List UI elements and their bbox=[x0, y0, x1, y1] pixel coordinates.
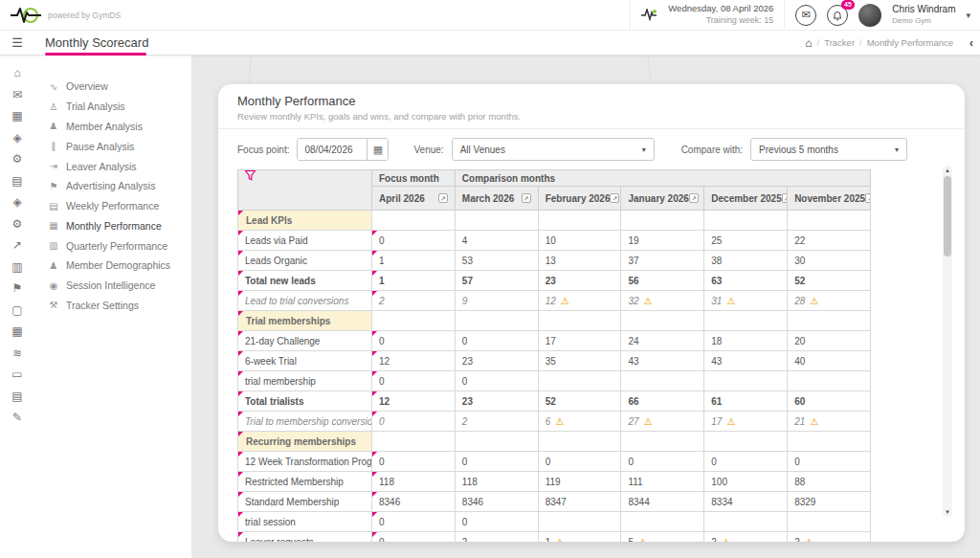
sidebar-item-member-demographics[interactable]: ♟Member Demographics bbox=[34, 256, 191, 276]
cell-value: 35 bbox=[546, 356, 556, 367]
home-icon[interactable]: ⌂ bbox=[805, 36, 812, 50]
value-cell: 53 bbox=[455, 251, 538, 271]
open-month-icon[interactable]: ↗ bbox=[438, 193, 448, 203]
value-cell: 12⚠ bbox=[538, 291, 621, 311]
value-cell: 0 bbox=[372, 512, 456, 532]
card-icon[interactable]: ▭ bbox=[10, 368, 25, 381]
row-label: Trial to membership conversions bbox=[238, 412, 372, 432]
filter-corner-cell bbox=[238, 170, 372, 211]
venue-select[interactable]: All Venues ▾ bbox=[452, 138, 655, 161]
training-week: Training week: 15 bbox=[668, 15, 773, 27]
document-icon[interactable]: ▤ bbox=[10, 391, 25, 403]
sidebar-item-overview[interactable]: ∿Overview bbox=[34, 77, 191, 97]
collapse-chevron-icon[interactable]: ‹ bbox=[969, 36, 973, 50]
sidebar-item-advertising-analysis[interactable]: ⚑Advertising Analysis bbox=[34, 176, 191, 196]
value-cell: 0 bbox=[704, 452, 788, 472]
compare-select[interactable]: Previous 5 months ▾ bbox=[750, 138, 907, 161]
value-cell: 12 bbox=[372, 351, 456, 371]
value-cell: 38 bbox=[704, 251, 788, 271]
badge-icon[interactable]: ◈ bbox=[10, 132, 25, 145]
value-cell bbox=[788, 512, 871, 532]
topbar: powered by GymDS Wednesday, 08 April 202… bbox=[0, 0, 980, 31]
home-icon[interactable]: ⌂ bbox=[10, 67, 25, 79]
warning-icon: ⚠ bbox=[726, 296, 735, 306]
cell-value: 119 bbox=[546, 477, 561, 487]
value-cell: 22 bbox=[788, 231, 871, 251]
value-cell bbox=[621, 432, 704, 452]
mail-icon[interactable]: ✉ bbox=[10, 89, 25, 101]
row-label: Leads via Paid bbox=[238, 231, 372, 251]
user-menu[interactable]: Chris Windram Demo Gym bbox=[892, 4, 955, 26]
campaign-icon[interactable]: ⚑ bbox=[10, 282, 25, 295]
filter-icon[interactable] bbox=[245, 170, 256, 181]
report-icon[interactable]: ▥ bbox=[10, 261, 25, 274]
value-cell: 118 bbox=[455, 472, 538, 492]
calendar-button[interactable]: ▦ bbox=[367, 139, 388, 160]
scroll-down-icon[interactable]: ▼ bbox=[945, 508, 950, 516]
table-row: Standard Membership834683468347834483348… bbox=[238, 492, 871, 512]
cell-value: 0 bbox=[379, 457, 385, 467]
sidebar-item-session-intelligence[interactable]: ◉Session Intelligence bbox=[34, 276, 191, 296]
cell-value: 28 bbox=[794, 296, 805, 306]
sidebar-item-leaver-analysis[interactable]: ⇥Leaver Analysis bbox=[34, 156, 191, 176]
value-cell: 57 bbox=[455, 271, 538, 291]
focus-date-input[interactable] bbox=[298, 139, 367, 160]
breadcrumb-item-monthly-performance[interactable]: Monthly Performance bbox=[867, 37, 953, 48]
sidebar-item-trial-analysis[interactable]: ♙Trial Analysis bbox=[34, 97, 191, 117]
sidebar-item-label: Leaver Analysis bbox=[66, 161, 137, 172]
row-label: trial session bbox=[238, 512, 372, 532]
sidebar-item-label: Pause Analysis bbox=[66, 141, 134, 152]
open-month-icon[interactable]: ↗ bbox=[865, 193, 870, 203]
user-avatar[interactable] bbox=[858, 4, 881, 27]
cell-value: 20 bbox=[794, 336, 805, 346]
sidebar-item-member-analysis[interactable]: ♟Member Analysis bbox=[34, 117, 191, 137]
notifications-button[interactable]: 45 bbox=[827, 5, 848, 26]
gear-icon[interactable]: ⚙ bbox=[10, 153, 25, 166]
open-month-icon[interactable]: ↗ bbox=[522, 193, 531, 203]
open-month-icon[interactable]: ↗ bbox=[689, 193, 699, 203]
cell-value: 8346 bbox=[379, 497, 400, 507]
shield-icon[interactable]: ◈ bbox=[10, 196, 25, 209]
sidebar-item-weekly-performance[interactable]: ▤Weekly Performance bbox=[34, 196, 191, 216]
value-cell: 5⚠ bbox=[621, 532, 704, 543]
sidebar-item-pause-analysis[interactable]: ∥Pause Analysis bbox=[34, 136, 191, 156]
cell-value: 57 bbox=[462, 276, 473, 286]
cell-value: 43 bbox=[628, 356, 638, 367]
cell-value: 12 bbox=[379, 356, 390, 367]
menu-toggle-button[interactable]: ☰ bbox=[0, 35, 34, 50]
signal-icon[interactable]: ≋ bbox=[10, 347, 25, 360]
value-cell: 23 bbox=[538, 271, 621, 291]
table-row: Restricted Membership11811811911110088 bbox=[238, 472, 871, 492]
settings-icon[interactable]: ⚙ bbox=[10, 218, 25, 231]
pulse-icon bbox=[641, 9, 657, 21]
month-label: February 2026 bbox=[546, 193, 611, 204]
share-icon[interactable]: ↗ bbox=[10, 239, 25, 252]
cell-value: 10 bbox=[546, 235, 556, 246]
sidebar-item-quarterly-performance[interactable]: ▥Quarterly Performance bbox=[34, 235, 191, 256]
chevron-down-icon[interactable]: ▾ bbox=[966, 11, 970, 20]
table-row: 21-day Challenge0017241820 bbox=[238, 331, 871, 351]
value-cell: 111 bbox=[621, 472, 704, 492]
scroll-up-icon[interactable]: ▲ bbox=[945, 167, 950, 174]
sidebar-item-monthly-performance[interactable]: ▦Monthly Performance bbox=[34, 215, 191, 235]
warning-icon: ⚠ bbox=[561, 296, 569, 306]
value-cell bbox=[704, 311, 788, 331]
open-month-icon[interactable]: ↗ bbox=[610, 193, 619, 203]
sidebar-item-label: Weekly Performance bbox=[66, 200, 159, 212]
edit-icon[interactable]: ✎ bbox=[10, 412, 25, 424]
calendar-icon: ▦ bbox=[373, 144, 383, 156]
breadcrumb-item-tracker[interactable]: Tracker bbox=[824, 37, 855, 48]
archive-icon[interactable]: ▢ bbox=[10, 304, 25, 317]
scrollbar-thumb[interactable] bbox=[944, 176, 951, 257]
warning-icon: ⚠ bbox=[638, 537, 647, 543]
messages-button[interactable]: ✉ bbox=[795, 5, 816, 26]
vertical-scrollbar[interactable]: ▲ ▼ bbox=[943, 166, 952, 517]
open-month-icon[interactable]: ↗ bbox=[782, 193, 788, 203]
table-icon[interactable]: ▦ bbox=[10, 325, 25, 338]
cell-value: 40 bbox=[794, 356, 805, 367]
cell-value: 43 bbox=[711, 356, 722, 367]
sidebar-item-tracker-settings[interactable]: ⚒Tracker Settings bbox=[34, 296, 191, 316]
value-cell: 21⚠ bbox=[788, 412, 871, 432]
schedule-icon[interactable]: ▤ bbox=[10, 175, 25, 188]
calendar-icon[interactable]: ▦ bbox=[10, 110, 25, 123]
